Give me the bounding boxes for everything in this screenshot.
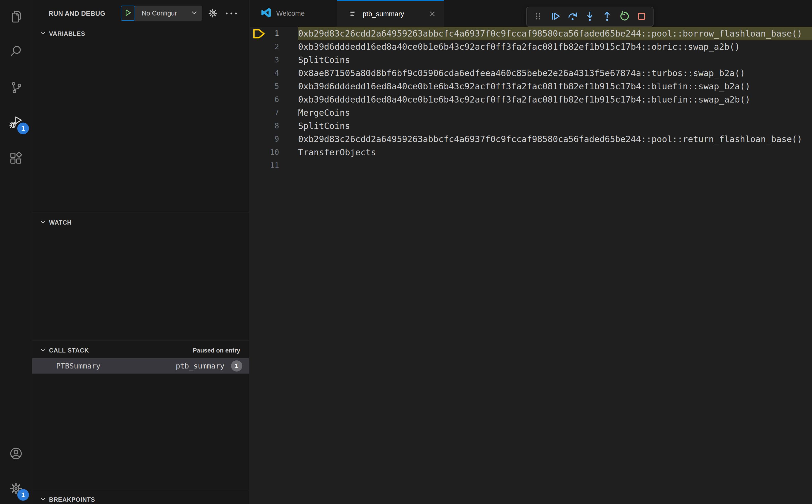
section-label-variables: VARIABLES — [49, 30, 85, 37]
code-line[interactable]: 3 SplitCoins — [250, 53, 812, 66]
line-content: 0x8ae871505a80d8bf6bf9c05906cda6edfeea46… — [298, 66, 812, 80]
step-into-icon — [584, 10, 596, 23]
play-icon — [124, 8, 132, 18]
vscode-logo-icon — [260, 7, 272, 20]
editor-gutter[interactable]: 3 — [250, 53, 298, 66]
line-content: SplitCoins — [298, 119, 812, 132]
debug-settings-button[interactable] — [207, 8, 218, 20]
editor-group: Welcome ptb_summary — [250, 0, 812, 504]
chevron-down-icon — [190, 9, 198, 18]
activity-item-extensions[interactable] — [0, 147, 32, 171]
section-header-call-stack[interactable]: CALL STACK Paused on entry — [32, 343, 249, 358]
code-line[interactable]: 5 0xb39d6dddedd16ed8a40ce0b1e6b43c92acf0… — [250, 80, 812, 93]
line-number: 4 — [274, 66, 279, 80]
section-header-variables[interactable]: VARIABLES — [32, 26, 249, 41]
line-content: TransferObjects — [298, 146, 812, 159]
close-icon[interactable] — [429, 10, 436, 18]
sidebar-title: RUN AND DEBUG — [48, 10, 105, 18]
code-line[interactable]: 10 TransferObjects — [250, 146, 812, 159]
restart-icon — [619, 10, 630, 23]
list-file-icon — [349, 9, 358, 20]
editor-gutter[interactable]: 11 — [250, 159, 298, 172]
continue-icon — [550, 10, 561, 23]
editor-lines: 1 0xb29d83c26cdd2a64959263abbcfc4a6937f0… — [250, 27, 812, 172]
search-icon — [9, 44, 23, 60]
code-line[interactable]: 9 0xb29d83c26cdd2a64959263abbcfc4a6937f0… — [250, 132, 812, 146]
line-number: 2 — [274, 40, 279, 53]
section-divider — [32, 212, 249, 212]
extensions-icon — [9, 151, 23, 167]
activity-item-settings[interactable]: 1 — [0, 477, 32, 501]
line-number: 9 — [274, 132, 279, 146]
line-content — [298, 159, 812, 172]
section-divider — [32, 490, 249, 490]
chevron-down-icon — [39, 496, 46, 504]
code-line[interactable]: 1 0xb29d83c26cdd2a64959263abbcfc4a6937f0… — [250, 27, 812, 40]
editor-gutter[interactable]: 2 — [250, 40, 298, 53]
step-into-button[interactable] — [583, 9, 597, 24]
tab-ptb-summary[interactable]: ptb_summary — [337, 0, 444, 27]
call-stack-frame-row[interactable]: PTBSummary ptb_summary 1 — [32, 358, 249, 374]
line-content: MergeCoins — [298, 106, 812, 119]
line-number: 3 — [274, 53, 279, 66]
code-line[interactable]: 11 — [250, 159, 812, 172]
tab-label: ptb_summary — [362, 10, 404, 18]
activity-item-account[interactable] — [0, 442, 32, 466]
call-stack-status: Paused on entry — [193, 347, 249, 354]
tab-welcome[interactable]: Welcome — [250, 0, 337, 27]
activity-item-search[interactable] — [0, 40, 32, 64]
section-label-watch: WATCH — [49, 219, 72, 226]
section-header-breakpoints[interactable]: BREAKPOINTS — [32, 492, 249, 504]
frame-source: ptb_summary — [176, 362, 231, 370]
code-line[interactable]: 7 MergeCoins — [250, 106, 812, 119]
editor-gutter[interactable]: 8 — [250, 119, 298, 132]
debug-sidebar: RUN AND DEBUG No Configur — [32, 0, 249, 504]
debug-arrow-icon — [252, 28, 265, 41]
gear-icon — [207, 15, 218, 19]
step-out-button[interactable] — [600, 9, 615, 24]
activity-item-explorer[interactable] — [0, 5, 32, 29]
line-content: 0xb39d6dddedd16ed8a40ce0b1e6b43c92acf0ff… — [298, 80, 812, 93]
grip-icon — [533, 11, 544, 23]
editor-gutter[interactable]: 6 — [250, 93, 298, 106]
editor-gutter[interactable]: 1 — [250, 27, 298, 40]
debug-config-dropdown[interactable]: No Configur — [135, 6, 202, 21]
section-label-breakpoints: BREAKPOINTS — [49, 496, 95, 503]
ellipsis-icon — [224, 15, 238, 19]
toolbar-drag-handle[interactable] — [531, 9, 546, 24]
code-line[interactable]: 4 0x8ae871505a80d8bf6bf9c05906cda6edfeea… — [250, 66, 812, 80]
line-content: 0xb39d6dddedd16ed8a40ce0b1e6b43c92acf0ff… — [298, 40, 812, 53]
activity-item-source-control[interactable] — [0, 76, 32, 100]
restart-button[interactable] — [617, 9, 632, 24]
section-header-watch[interactable]: WATCH — [32, 215, 249, 230]
line-number: 11 — [270, 159, 279, 172]
activity-bar: 1 — [0, 0, 32, 504]
line-content: SplitCoins — [298, 53, 812, 66]
debug-config-label: No Configur — [142, 9, 187, 17]
editor-gutter[interactable]: 7 — [250, 106, 298, 119]
line-number: 5 — [274, 80, 279, 93]
step-over-button[interactable] — [565, 9, 580, 24]
activity-item-run-and-debug[interactable]: 1 — [0, 110, 32, 135]
start-debug-button[interactable] — [121, 6, 135, 21]
stop-icon — [636, 10, 648, 23]
editor-gutter[interactable]: 10 — [250, 146, 298, 159]
line-number: 6 — [274, 93, 279, 106]
stop-button[interactable] — [634, 9, 649, 24]
section-label-call-stack: CALL STACK — [49, 347, 89, 354]
editor-gutter[interactable]: 4 — [250, 66, 298, 80]
editor-gutter[interactable]: 5 — [250, 80, 298, 93]
code-line[interactable]: 8 SplitCoins — [250, 119, 812, 132]
account-icon — [9, 446, 23, 462]
chevron-down-icon — [39, 346, 46, 355]
line-number: 10 — [270, 146, 279, 159]
code-line[interactable]: 2 0xb39d6dddedd16ed8a40ce0b1e6b43c92acf0… — [250, 40, 812, 53]
code-line[interactable]: 6 0xb39d6dddedd16ed8a40ce0b1e6b43c92acf0… — [250, 93, 812, 106]
line-content: 0xb29d83c26cdd2a64959263abbcfc4a6937f0c9… — [298, 132, 812, 146]
editor-gutter[interactable]: 9 — [250, 132, 298, 146]
chevron-down-icon — [39, 219, 46, 227]
frame-name: PTBSummary — [56, 362, 101, 370]
continue-button[interactable] — [548, 9, 563, 24]
code-editor[interactable]: 1 0xb29d83c26cdd2a64959263abbcfc4a6937f0… — [250, 27, 812, 504]
views-more-actions-button[interactable] — [224, 8, 238, 20]
